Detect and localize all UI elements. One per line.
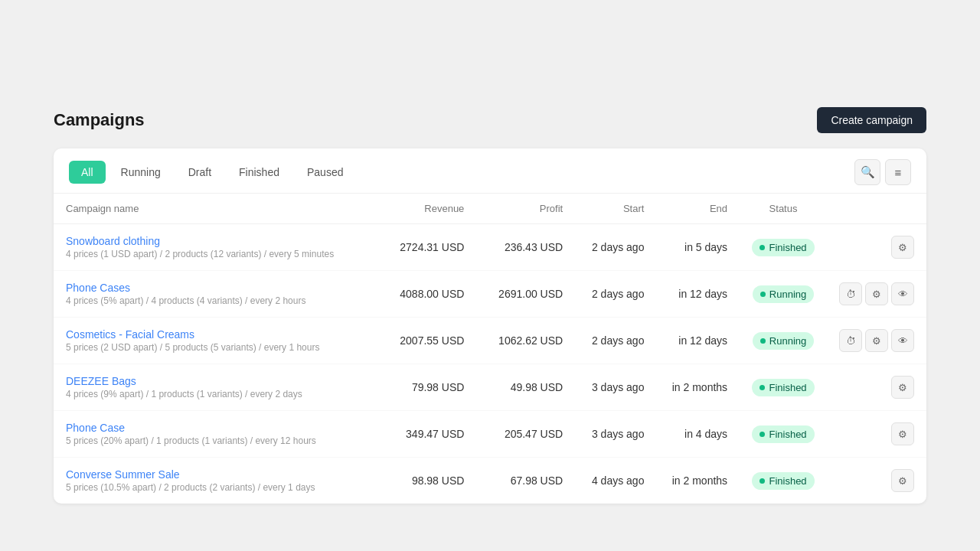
eye-button[interactable]: 👁 xyxy=(891,282,914,305)
status-dot xyxy=(760,385,765,390)
end-cell: in 5 days xyxy=(656,224,740,271)
actions-cell: ⚙ xyxy=(827,364,926,411)
settings-button[interactable]: ⚙ xyxy=(891,236,914,259)
status-badge: Finished xyxy=(752,425,814,443)
campaign-name-cell: Phone Case5 prices (20% apart) / 1 produ… xyxy=(54,411,377,458)
tab-icons: 🔍 ≡ xyxy=(854,159,911,185)
clock-button[interactable]: ⏱ xyxy=(839,282,862,305)
tab-paused[interactable]: Paused xyxy=(295,161,355,184)
actions-cell: ⚙ xyxy=(827,458,926,504)
profit-cell: 49.98 USD xyxy=(476,364,575,411)
status-badge: Running xyxy=(753,285,814,303)
eye-icon: 👁 xyxy=(898,335,908,347)
revenue-cell: 98.98 USD xyxy=(377,458,476,504)
tab-running[interactable]: Running xyxy=(109,161,173,184)
filter-button[interactable]: ≡ xyxy=(885,159,911,185)
profit-cell: 236.43 USD xyxy=(476,224,575,271)
eye-button[interactable]: 👁 xyxy=(891,329,914,352)
campaign-link[interactable]: Phone Case xyxy=(66,422,125,434)
campaign-sub: 4 prices (5% apart) / 4 products (4 vari… xyxy=(66,295,365,306)
tab-finished[interactable]: Finished xyxy=(227,161,292,184)
status-dot xyxy=(760,338,766,344)
start-cell: 2 days ago xyxy=(575,318,656,364)
settings-button[interactable]: ⚙ xyxy=(891,376,914,399)
end-cell: in 12 days xyxy=(656,318,740,364)
status-dot xyxy=(760,432,765,437)
tab-all[interactable]: All xyxy=(69,161,106,184)
campaign-sub: 5 prices (2 USD apart) / 5 products (5 v… xyxy=(66,342,365,353)
actions-cell: ⚙ xyxy=(827,411,926,458)
row-actions: ⚙ xyxy=(839,469,914,492)
col-header-revenue: Revenue xyxy=(377,194,476,224)
revenue-cell: 2007.55 USD xyxy=(377,318,476,364)
campaign-link[interactable]: Converse Summer Sale xyxy=(66,468,180,481)
campaign-link[interactable]: Phone Cases xyxy=(66,282,130,294)
profit-cell: 2691.00 USD xyxy=(476,271,575,318)
table-row: DEEZEE Bags4 prices (9% apart) / 1 produ… xyxy=(54,364,926,411)
table-row: Snowboard clothing4 prices (1 USD apart)… xyxy=(54,224,926,271)
campaign-sub: 5 prices (10.5% apart) / 2 products (2 v… xyxy=(66,482,365,493)
page-container: Campaigns Create campaign All Running Dr… xyxy=(54,107,926,504)
end-cell: in 2 months xyxy=(656,458,740,504)
settings-button[interactable]: ⚙ xyxy=(891,422,914,445)
end-cell: in 4 days xyxy=(656,411,740,458)
campaign-link[interactable]: Snowboard clothing xyxy=(66,235,160,247)
col-header-profit: Profit xyxy=(476,194,575,224)
start-cell: 3 days ago xyxy=(575,364,656,411)
status-cell: Finished xyxy=(740,224,827,271)
col-header-actions xyxy=(827,194,926,224)
page-title: Campaigns xyxy=(54,110,145,130)
actions-cell: ⏱⚙👁 xyxy=(827,318,926,364)
row-actions: ⚙ xyxy=(839,236,914,259)
profit-cell: 67.98 USD xyxy=(476,458,575,504)
status-cell: Finished xyxy=(740,411,827,458)
table-row: Cosmetics - Facial Creams5 prices (2 USD… xyxy=(54,318,926,364)
create-campaign-button[interactable]: Create campaign xyxy=(817,107,926,133)
row-actions: ⏱⚙👁 xyxy=(839,282,914,305)
tab-draft[interactable]: Draft xyxy=(176,161,224,184)
campaign-name-cell: Cosmetics - Facial Creams5 prices (2 USD… xyxy=(54,318,377,364)
clock-button[interactable]: ⏱ xyxy=(839,329,862,352)
campaign-sub: 4 prices (1 USD apart) / 2 products (12 … xyxy=(66,249,365,259)
status-badge: Finished xyxy=(752,379,814,396)
tabs-row: All Running Draft Finished Paused 🔍 ≡ xyxy=(54,148,926,194)
settings-button[interactable]: ⚙ xyxy=(865,282,888,305)
clock-icon: ⏱ xyxy=(846,335,856,347)
table-row: Converse Summer Sale5 prices (10.5% apar… xyxy=(54,458,926,504)
status-cell: Running xyxy=(740,318,827,364)
status-cell: Running xyxy=(740,271,827,318)
end-cell: in 12 days xyxy=(656,271,740,318)
campaign-name-cell: Phone Cases4 prices (5% apart) / 4 produ… xyxy=(54,271,377,318)
col-header-end: End xyxy=(656,194,740,224)
eye-icon: 👁 xyxy=(898,289,908,300)
settings-icon: ⚙ xyxy=(872,289,881,300)
settings-button[interactable]: ⚙ xyxy=(865,329,888,352)
status-badge: Running xyxy=(753,332,814,350)
revenue-cell: 349.47 USD xyxy=(377,411,476,458)
start-cell: 2 days ago xyxy=(575,224,656,271)
settings-icon: ⚙ xyxy=(872,335,881,347)
table-row: Phone Case5 prices (20% apart) / 1 produ… xyxy=(54,411,926,458)
page-header: Campaigns Create campaign xyxy=(54,107,926,133)
campaign-sub: 5 prices (20% apart) / 1 products (1 var… xyxy=(66,435,365,446)
search-button[interactable]: 🔍 xyxy=(854,159,880,185)
clock-icon: ⏱ xyxy=(846,289,856,300)
revenue-cell: 79.98 USD xyxy=(377,364,476,411)
actions-cell: ⚙ xyxy=(827,224,926,271)
settings-icon: ⚙ xyxy=(898,382,907,393)
campaign-name-cell: Converse Summer Sale5 prices (10.5% apar… xyxy=(54,458,377,504)
status-badge: Finished xyxy=(752,472,814,490)
settings-icon: ⚙ xyxy=(898,242,907,253)
table-row: Phone Cases4 prices (5% apart) / 4 produ… xyxy=(54,271,926,318)
filter-icon: ≡ xyxy=(895,166,902,179)
revenue-cell: 2724.31 USD xyxy=(377,224,476,271)
start-cell: 2 days ago xyxy=(575,271,656,318)
campaign-link[interactable]: DEEZEE Bags xyxy=(66,375,136,387)
end-cell: in 2 months xyxy=(656,364,740,411)
start-cell: 3 days ago xyxy=(575,411,656,458)
campaign-link[interactable]: Cosmetics - Facial Creams xyxy=(66,328,194,341)
campaign-name-cell: Snowboard clothing4 prices (1 USD apart)… xyxy=(54,224,377,271)
settings-button[interactable]: ⚙ xyxy=(891,469,914,492)
actions-cell: ⏱⚙👁 xyxy=(827,271,926,318)
status-dot xyxy=(760,245,765,250)
